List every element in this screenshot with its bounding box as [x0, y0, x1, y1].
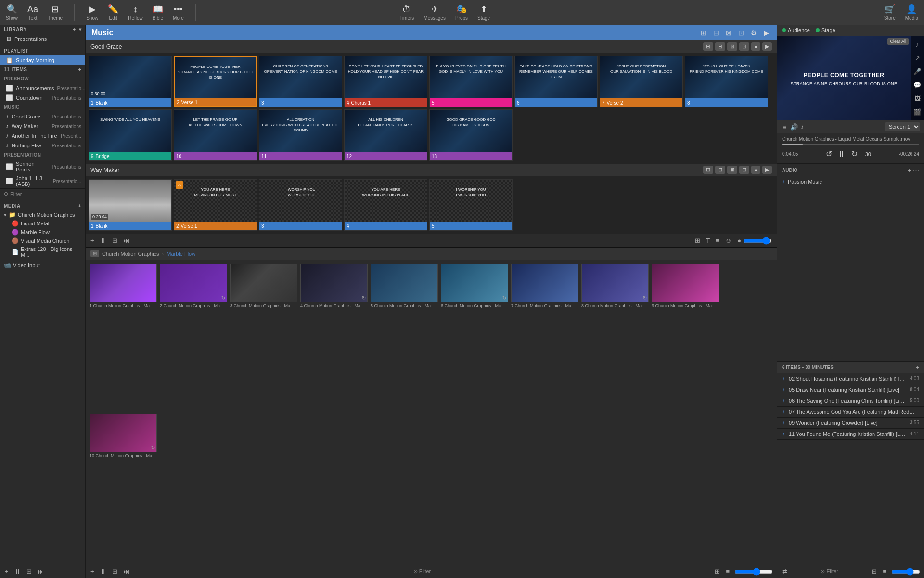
slide-item-gg-8[interactable]: JESUS LIGHT OF HEAVENFRIEND FOREVER HIS …: [685, 56, 768, 107]
media-view-list-btn[interactable]: ≡: [725, 567, 731, 576]
audio-add-btn[interactable]: +: [907, 167, 911, 174]
stage-tool[interactable]: ⬆ Stage: [477, 4, 490, 21]
wm-emoji-btn[interactable]: ☺: [724, 236, 732, 245]
gg-view3-btn[interactable]: ⊠: [727, 42, 737, 51]
breadcrumb-marble-flow[interactable]: Marble Flow: [167, 251, 195, 257]
playlist-item-4[interactable]: ♪ 07 The Awesome God You Are (Featuring …: [777, 407, 924, 418]
more-tool[interactable]: ••• More: [173, 4, 184, 21]
media-thumb-8[interactable]: ↻ 8 Church Motion Graphics - Ma...: [581, 264, 649, 411]
wm-grid-btn2[interactable]: ⊞: [111, 236, 118, 245]
zoom-slider[interactable]: [743, 237, 772, 245]
vid-pause-btn[interactable]: ⏸: [838, 150, 846, 158]
media-add-btn[interactable]: +: [90, 567, 95, 576]
media-thumb-3[interactable]: 3 Church Motion Graphics - Ma...: [230, 264, 297, 411]
playlist-item-2[interactable]: ♪ 05 Draw Near (Featuring Kristian Stanf…: [777, 384, 924, 395]
rs-video-icon[interactable]: 🎬: [913, 108, 921, 116]
media-grid-btn[interactable]: ⊞: [111, 567, 118, 576]
header-view4-btn[interactable]: ⊡: [736, 28, 746, 38]
header-view1-btn[interactable]: ⊞: [699, 28, 708, 38]
media-item-church-motion[interactable]: ▾ 📁 Church Motion Graphics: [0, 210, 85, 219]
slide-item-wm-3[interactable]: I WORSHIP YOUI WORSHIP YOU 3: [259, 179, 342, 231]
playlist-item-5[interactable]: ♪ 09 Wonder (Featuring Crowder) [Live] 3…: [777, 418, 924, 429]
search-tool[interactable]: 🔍 Show: [6, 4, 18, 21]
gg-view4-btn[interactable]: ⊡: [739, 42, 749, 51]
rs-arrow-icon[interactable]: ↗: [915, 54, 920, 62]
library-plus-btn[interactable]: +: [73, 27, 76, 32]
wm-text-btn[interactable]: T: [705, 236, 711, 245]
sidebar-item-countdown[interactable]: ⬜ Countdown Presentations: [0, 93, 85, 103]
slide-item-gg-9[interactable]: B SWING WIDE ALL YOU HEAVENS 9 Bridge: [89, 109, 172, 161]
slide-item-wm-2[interactable]: A YOU ARE HEREMOVING IN OUR MOST 2 Verse…: [174, 179, 257, 231]
playlist-add-btn[interactable]: +: [915, 364, 919, 371]
sidebar-item-sunday-morning[interactable]: 📋 Sunday Morning: [0, 55, 85, 65]
gg-view1-btn[interactable]: ⊞: [703, 42, 713, 51]
rp-shuffle-btn[interactable]: ⇄: [781, 567, 788, 576]
media-thumb-1[interactable]: 1 Church Motion Graphics - Ma...: [90, 264, 157, 411]
playlist-item-1[interactable]: ♪ 02 Shout Hosanna (Featuring Kristian S…: [777, 373, 924, 384]
rs-music-icon[interactable]: ♪: [916, 41, 919, 48]
audio-item-passion[interactable]: ♪ Passion Music: [782, 177, 919, 186]
pause-btn[interactable]: ⏸: [13, 567, 22, 576]
settings-btn[interactable]: ⚙: [749, 28, 759, 38]
media-zoom-slider[interactable]: [734, 568, 773, 576]
gg-forward-btn[interactable]: ▶: [762, 42, 772, 51]
vid-forward-btn[interactable]: ↻: [851, 149, 858, 158]
slide-item-gg-10[interactable]: LET THE PRAISE GO UPAS THE WALLS COME DO…: [174, 109, 257, 161]
wm-list-btn[interactable]: ≡: [715, 236, 720, 245]
text-tool[interactable]: Aa Text: [27, 4, 38, 21]
sidebar-item-good-grace[interactable]: ♪ Good Grace Presentations: [0, 112, 85, 121]
slide-item-wm-5[interactable]: I WORSHIP YOUI WORSHIP YOU 5: [429, 179, 513, 231]
media-tool[interactable]: 👤 Media: [905, 4, 918, 21]
store-tool[interactable]: 🛒 Store: [884, 4, 896, 21]
bible-tool[interactable]: 📖 Bible: [153, 4, 163, 21]
grid-btn[interactable]: ⊞: [26, 567, 33, 576]
media-thumb-6[interactable]: ↻ 6 Church Motion Graphics - Ma...: [441, 264, 508, 411]
slide-item-wm-4[interactable]: YOU ARE HEREWORKING IN THIS PLACE 4: [344, 179, 427, 231]
slide-item-gg-5[interactable]: FIX YOUR EYES ON THIS ONE TRUTHGOD IS MA…: [429, 56, 513, 107]
media-view-grid-btn[interactable]: ⊞: [714, 567, 721, 576]
wm-view1-btn[interactable]: ⊞: [703, 166, 713, 174]
media-thumb-7[interactable]: 7 Church Motion Graphics - Ma...: [511, 264, 578, 411]
wm-next-btn2[interactable]: ⏭: [122, 236, 130, 245]
wm-view4-btn[interactable]: ⊡: [739, 166, 749, 174]
slide-item-gg-3[interactable]: CHILDREN OF GENERATIONSOF EVERY NATION O…: [259, 56, 342, 107]
media-item-video-input[interactable]: 📹 Video Input: [0, 261, 85, 270]
gg-play-btn[interactable]: ●: [751, 42, 760, 51]
show-tool[interactable]: ▶ Show: [86, 4, 98, 21]
wm-add-btn[interactable]: +: [90, 236, 95, 245]
slide-item-gg-12[interactable]: ALL HIS CHILDRENCLEAN HANDS PURE HEARTS …: [344, 109, 427, 161]
slide-item-gg-7[interactable]: S JESUS OUR REDEMPTIONOUR SALVATION IS I…: [600, 56, 683, 107]
slide-item-wm-1[interactable]: 0:20.04 1 Blank: [89, 179, 172, 231]
media-thumb-5[interactable]: 5 Church Motion Graphics - Ma...: [371, 264, 438, 411]
breadcrumb-church-motion[interactable]: Church Motion Graphics: [102, 251, 159, 257]
slide-item-gg-11[interactable]: ALL CREATIONEVERYTHING WITH BREATH REPEA…: [259, 109, 342, 161]
theme-tool[interactable]: ⊞ Theme: [48, 4, 63, 21]
rp-grid-view-btn[interactable]: ⊞: [871, 567, 878, 576]
forward-btn[interactable]: ▶: [762, 28, 771, 38]
gg-view2-btn[interactable]: ⊟: [715, 42, 725, 51]
media-item-liquid-metal[interactable]: 🔴 Liquid Metal: [0, 219, 85, 228]
next-btn[interactable]: ⏭: [37, 567, 45, 576]
wm-forward-btn[interactable]: ▶: [762, 166, 772, 174]
slide-item-gg-2[interactable]: A PEOPLE COME TOGETHERSTRANGE AS NEIGHBO…: [174, 56, 257, 107]
wm-view3-btn[interactable]: ⊠: [727, 166, 737, 174]
sidebar-item-john[interactable]: ⬜ John 1_1-3 (ASB) Presentatio...: [0, 174, 85, 188]
messages-tool[interactable]: ✈ Messages: [424, 4, 446, 21]
timers-tool[interactable]: ⏱ Timers: [399, 4, 414, 21]
wm-view2-btn[interactable]: ⊟: [715, 166, 725, 174]
screen-select[interactable]: Screen 1: [885, 122, 920, 131]
rp-zoom-slider[interactable]: [891, 568, 920, 576]
rs-mic-icon[interactable]: 🎤: [913, 68, 921, 75]
slide-item-gg-4[interactable]: C DON'T LET YOUR HEART BE TROUBLEDHOLD Y…: [344, 56, 427, 107]
header-view3-btn[interactable]: ⊠: [724, 28, 733, 38]
slide-item-gg-1[interactable]: 0:30.00 1 Blank: [89, 56, 172, 107]
wm-grid-view-btn[interactable]: ⊞: [694, 236, 701, 245]
sidebar-item-presentations[interactable]: 🖥 Presentations: [0, 34, 85, 44]
wm-slider-btn[interactable]: ●: [736, 236, 773, 246]
rp-note-btn[interactable]: ♪: [801, 123, 804, 131]
sidebar-item-sermon-points[interactable]: ⬜ Sermon Points Presentations: [0, 159, 85, 174]
media-thumb-10[interactable]: ↻ 10 Church Motion Graphics - Ma...: [90, 414, 157, 561]
media-item-marble-flow[interactable]: 🟣 Marble Flow: [0, 228, 85, 236]
media-thumb-2[interactable]: ↻ 2 Church Motion Graphics - Ma...: [160, 264, 227, 411]
media-item-visual-media[interactable]: 🟤 Visual Media Church: [0, 236, 85, 245]
